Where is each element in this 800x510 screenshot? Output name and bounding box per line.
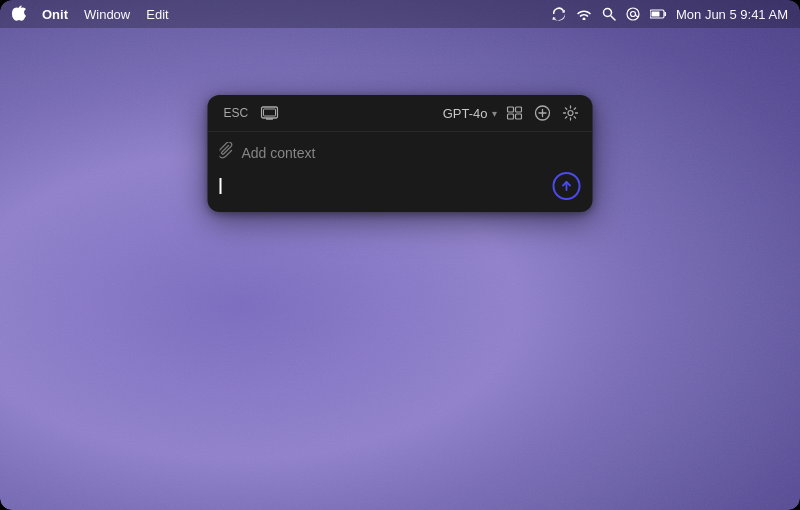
tools-button[interactable] <box>505 104 525 122</box>
submit-circle <box>553 172 581 200</box>
svg-rect-8 <box>263 109 275 116</box>
model-selector[interactable]: GPT-4o ▾ <box>443 106 497 121</box>
add-context-button[interactable]: Add context <box>220 142 581 172</box>
svg-rect-6 <box>651 12 659 17</box>
panel-body: Add context <box>208 132 593 212</box>
menubar: Onit Window Edit <box>0 0 800 28</box>
svg-point-3 <box>630 12 635 17</box>
add-button[interactable] <box>533 103 553 123</box>
svg-rect-10 <box>508 107 514 112</box>
text-cursor <box>220 178 222 194</box>
svg-rect-5 <box>664 12 666 16</box>
menu-item-window[interactable]: Window <box>84 7 130 22</box>
menubar-right: Mon Jun 5 9:41 AM <box>552 7 788 22</box>
svg-line-1 <box>611 16 615 20</box>
paperclip-icon <box>220 142 234 164</box>
account-icon[interactable] <box>626 7 640 21</box>
chevron-down-icon: ▾ <box>492 108 497 119</box>
settings-button[interactable] <box>561 103 581 123</box>
model-name: GPT-4o <box>443 106 488 121</box>
reload-icon[interactable] <box>552 7 566 21</box>
wifi-icon[interactable] <box>576 8 592 20</box>
menu-item-edit[interactable]: Edit <box>146 7 168 22</box>
submit-button[interactable] <box>553 172 581 200</box>
menu-item-onit[interactable]: Onit <box>42 7 68 22</box>
svg-point-0 <box>603 9 611 17</box>
svg-point-17 <box>568 111 573 116</box>
search-icon[interactable] <box>602 7 616 21</box>
ai-panel: ESC GPT-4o ▾ <box>208 95 593 212</box>
add-context-label: Add context <box>242 145 316 161</box>
battery-icon[interactable] <box>650 9 666 19</box>
esc-button[interactable]: ESC <box>220 104 253 122</box>
menubar-left: Onit Window Edit <box>12 4 169 25</box>
svg-rect-12 <box>508 114 514 119</box>
screen-capture-icon[interactable] <box>260 106 278 120</box>
apple-menu[interactable] <box>12 4 26 25</box>
svg-rect-11 <box>516 107 522 112</box>
svg-point-2 <box>627 8 639 20</box>
datetime-display: Mon Jun 5 9:41 AM <box>676 7 788 22</box>
text-input-row <box>220 172 581 200</box>
panel-toolbar: ESC GPT-4o ▾ <box>208 95 593 132</box>
svg-rect-13 <box>516 114 522 119</box>
desktop-screen: Onit Window Edit <box>0 0 800 510</box>
